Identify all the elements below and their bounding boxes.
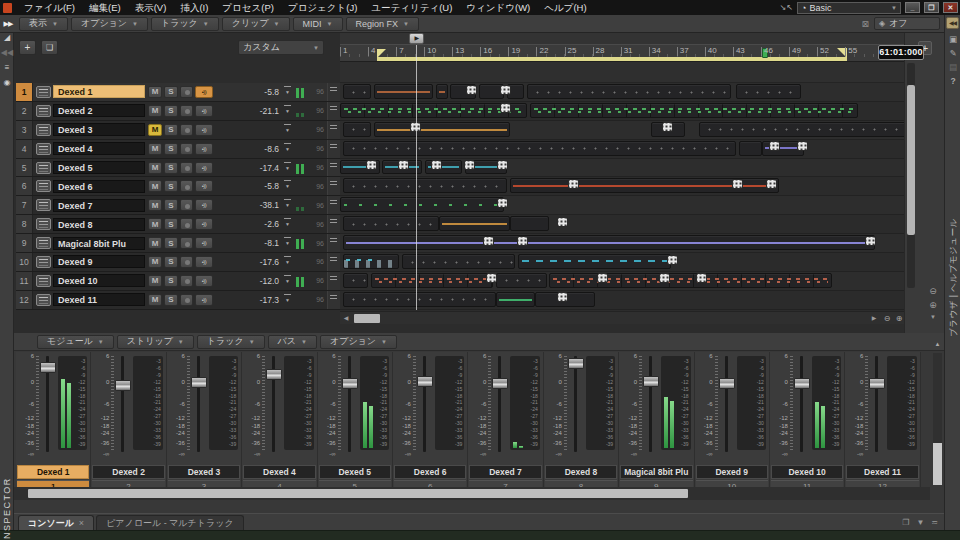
zoom-in-vertical-icon[interactable]: ⊕ — [926, 300, 940, 313]
arm-record-button[interactable] — [180, 275, 193, 287]
input-echo-button[interactable]: •)) — [195, 124, 213, 136]
volume-spinner[interactable]: ▼ — [282, 202, 293, 208]
ruler-strip[interactable]: 14710131619222528313437404346495255 — [340, 44, 906, 62]
row-resize-handle[interactable] — [327, 196, 340, 214]
fader-knob[interactable] — [869, 378, 885, 389]
clip-pattern-icon[interactable] — [501, 86, 510, 94]
solo-button[interactable]: S — [164, 180, 178, 192]
zoom-out-vertical-icon[interactable]: ⊖ — [926, 286, 940, 299]
arrange-lane-track-8[interactable] — [340, 215, 906, 234]
track-number[interactable]: 10 — [16, 253, 33, 271]
clip[interactable] — [736, 84, 801, 99]
menu-item[interactable]: 表示(V) — [128, 0, 174, 15]
solo-button[interactable]: S — [164, 105, 178, 117]
solo-button[interactable]: S — [164, 124, 178, 136]
track-row[interactable]: 1Dexed 1MS•))-5.8▼96 — [16, 83, 340, 102]
clip[interactable] — [374, 122, 510, 137]
track-number[interactable]: 8 — [16, 215, 33, 233]
track-number[interactable]: 9 — [16, 234, 33, 252]
volume-spinner[interactable]: ▼ — [282, 221, 293, 227]
track-number[interactable]: 7 — [16, 196, 33, 214]
arrange-lane-track-7[interactable] — [340, 196, 906, 215]
clip[interactable] — [527, 84, 731, 99]
clip[interactable] — [439, 216, 510, 231]
row-resize-handle[interactable] — [327, 177, 340, 195]
clip-pattern-icon[interactable] — [668, 256, 677, 264]
arm-record-button[interactable] — [180, 143, 193, 155]
arrange-lane-track-11[interactable] — [340, 272, 906, 291]
console-menu-button[interactable]: オプション▼ — [320, 335, 397, 349]
rewind-icon[interactable]: ◀◀ — [0, 45, 14, 60]
close-tab-icon[interactable]: × — [79, 518, 84, 528]
collapse-dock-icon[interactable]: ≂ — [931, 518, 938, 527]
clip-pattern-icon[interactable] — [569, 180, 578, 188]
menu-item[interactable]: ユーティリティ(U) — [364, 0, 459, 15]
fader-knob[interactable] — [643, 376, 659, 387]
arrange-lane-track-6[interactable] — [340, 177, 906, 196]
fader-knob[interactable] — [115, 380, 131, 391]
track-icon[interactable] — [36, 105, 51, 117]
arm-record-button[interactable] — [180, 218, 193, 230]
input-echo-button[interactable]: •)) — [195, 162, 213, 174]
clip-pattern-icon[interactable] — [498, 199, 507, 207]
track-row[interactable]: 3Dexed 3MS•))▼96 — [16, 121, 340, 140]
list-icon[interactable]: ≡ — [0, 60, 14, 75]
restore-button[interactable]: ❐ — [924, 2, 939, 13]
clip[interactable] — [343, 122, 371, 137]
clip[interactable] — [518, 254, 671, 269]
inspector-tab[interactable]: INSPECTOR — [2, 477, 12, 540]
console-strip[interactable]: 60-6-12-18-24-36-∞-3-6-9-12-15-18-21-24-… — [393, 352, 468, 492]
channel-name[interactable]: Dexed 5 — [319, 465, 391, 479]
mute-button[interactable]: M — [148, 237, 162, 249]
arrange-lane-track-1[interactable] — [340, 83, 906, 102]
menu-item[interactable]: 挿入(I) — [173, 0, 215, 15]
channel-name[interactable]: Dexed 4 — [243, 465, 315, 479]
playhead-handle[interactable]: ▶ — [409, 33, 424, 44]
volume-spinner[interactable]: ▼ — [282, 278, 293, 284]
arm-record-button[interactable] — [180, 294, 193, 306]
clip[interactable] — [549, 273, 832, 288]
console-strip[interactable]: 60-6-12-18-24-36-∞-3-6-9-12-15-18-21-24-… — [468, 352, 543, 492]
track-number[interactable]: 6 — [16, 177, 33, 195]
add-track-button[interactable]: + — [19, 40, 36, 55]
dock-tab[interactable]: ピアノロール - マルチトラック — [96, 515, 244, 530]
track-control-preset-combo[interactable]: カスタム ▼ — [238, 40, 324, 55]
arm-record-button[interactable] — [180, 124, 193, 136]
track-name[interactable]: Dexed 2 — [53, 104, 145, 117]
arrange-lane-track-4[interactable] — [340, 140, 906, 159]
clip-pattern-icon[interactable] — [467, 86, 476, 94]
clip[interactable] — [340, 103, 527, 118]
mute-button[interactable]: M — [148, 143, 162, 155]
shrink-icon[interactable]: ↘↖ — [780, 3, 793, 12]
track-row[interactable]: 12Dexed 11MS•))-17.3▼96 — [16, 291, 340, 310]
track-icon[interactable] — [36, 124, 51, 136]
track-number[interactable]: 11 — [16, 272, 33, 290]
fader-knob[interactable] — [568, 358, 584, 369]
clip[interactable] — [425, 160, 462, 175]
toolbar-menu-button[interactable]: MIDI▼ — [293, 17, 343, 31]
track-number[interactable]: 5 — [16, 159, 33, 177]
clip[interactable] — [343, 235, 875, 250]
minimize-button[interactable]: _ — [905, 2, 920, 13]
volume-spinner[interactable]: ▼ — [282, 108, 293, 114]
volume-spinner[interactable]: ▼ — [282, 165, 293, 171]
clip-pattern-icon[interactable] — [501, 104, 510, 112]
clip-pattern-icon[interactable] — [518, 237, 527, 245]
arrange-lane-track-10[interactable] — [340, 253, 906, 272]
track-name[interactable]: Dexed 10 — [53, 274, 145, 287]
track-name[interactable]: Dexed 11 — [53, 293, 145, 306]
clip-pattern-icon[interactable] — [663, 123, 672, 131]
clip-pattern-icon[interactable] — [767, 180, 776, 188]
track-name[interactable]: Dexed 1 — [53, 85, 145, 98]
vertical-scrollbar-thumb[interactable] — [907, 85, 915, 235]
clip[interactable] — [343, 84, 371, 99]
track-icon[interactable] — [36, 143, 51, 155]
input-echo-button[interactable]: •)) — [195, 294, 213, 306]
arrange-lane-track-2[interactable] — [340, 102, 906, 121]
snap-combo[interactable]: ◈ オフ — [874, 17, 940, 30]
fader-knob[interactable] — [266, 369, 282, 380]
channel-name[interactable]: Magical 8bit Plu — [620, 465, 692, 479]
scroll-left-icon[interactable]: ◀ — [340, 313, 352, 324]
track-name[interactable]: Dexed 7 — [53, 199, 145, 212]
channel-name[interactable]: Dexed 3 — [168, 465, 240, 479]
